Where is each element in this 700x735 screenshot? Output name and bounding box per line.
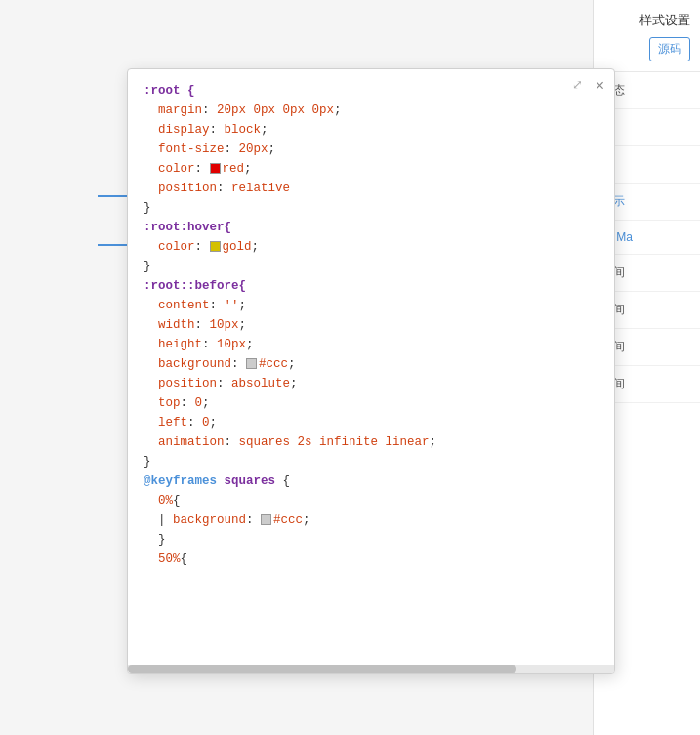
line-24: } <box>144 530 598 550</box>
line-3: display: block; <box>144 120 598 140</box>
line-22: 0%{ <box>144 491 598 510</box>
line-19: animation: squares 2s infinite linear; <box>144 432 598 452</box>
line-8: :root:hover{ <box>144 218 598 237</box>
scroll-thumb[interactable] <box>128 665 516 673</box>
line-2: margin: 20px 0px 0px 0px; <box>144 101 598 120</box>
sidebar-header: 样式设置 源码 <box>594 0 700 72</box>
line-20: } <box>144 452 598 471</box>
line-21: @keyframes squares { <box>144 471 598 491</box>
line-25: 50%{ <box>144 550 598 569</box>
line-15: background: #ccc; <box>144 354 598 374</box>
color-swatch-ccc2 <box>261 514 271 525</box>
sidebar-title: 样式设置 <box>639 13 690 27</box>
color-swatch-ccc <box>246 358 257 369</box>
line-6: position: relative <box>144 179 598 198</box>
line-17: top: 0; <box>144 393 598 413</box>
color-swatch-red <box>210 163 221 174</box>
code-modal: ⤢ × :root { margin: 20px 0px 0px 0px; di… <box>127 68 615 674</box>
line-18: left: 0; <box>144 413 598 432</box>
close-button[interactable]: × <box>596 77 604 95</box>
line-9: color: gold; <box>144 237 598 257</box>
line-14: height: 10px; <box>144 335 598 354</box>
line-12: content: ''; <box>144 296 598 315</box>
line-1: :root { <box>144 81 598 101</box>
code-editor[interactable]: :root { margin: 20px 0px 0px 0px; displa… <box>128 69 614 673</box>
sidebar-tab-source[interactable]: 源码 <box>649 37 690 61</box>
line-13: width: 10px; <box>144 315 598 335</box>
horizontal-scrollbar[interactable] <box>128 665 614 673</box>
line-16: position: absolute; <box>144 374 598 393</box>
line-10: } <box>144 257 598 276</box>
line-23: | background: #ccc; <box>144 510 598 530</box>
color-swatch-gold <box>210 241 221 252</box>
line-5: color: red; <box>144 159 598 179</box>
expand-icon[interactable]: ⤢ <box>572 77 583 92</box>
line-11: :root::before{ <box>144 276 598 296</box>
line-7: } <box>144 198 598 218</box>
line-4: font-size: 20px; <box>144 140 598 159</box>
